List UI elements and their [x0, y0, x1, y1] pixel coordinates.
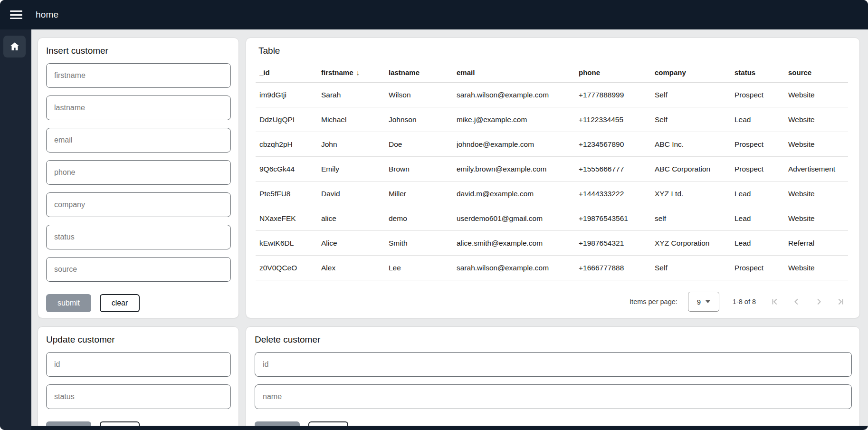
- cell-firstname: Alice: [317, 231, 385, 256]
- sidebar-item-home[interactable]: [3, 36, 26, 57]
- email-field[interactable]: [46, 128, 231, 153]
- source-field[interactable]: [46, 257, 231, 282]
- update-clear-button[interactable]: clear: [100, 421, 140, 426]
- customers-table: _id firstname↓ lastname email phone comp…: [256, 63, 848, 280]
- previous-page-button[interactable]: [790, 295, 803, 308]
- column-header-lastname[interactable]: lastname: [385, 63, 453, 83]
- insert-submit-button[interactable]: submit: [46, 294, 91, 312]
- cell-lastname: Lee: [385, 256, 453, 280]
- cell-company: XYZ Corporation: [651, 231, 731, 256]
- cell-company: ABC Inc.: [651, 132, 731, 157]
- table-row: kEwtK6DL Alice Smith alice.smith@example…: [256, 231, 848, 256]
- cell-status: Lead: [731, 107, 784, 132]
- items-per-page-select[interactable]: 9: [688, 292, 719, 312]
- delete-clear-button[interactable]: clear: [308, 421, 348, 426]
- update-customer-card: Update customer submit clear: [38, 326, 239, 426]
- cell-id: Pte5fFU8: [256, 182, 317, 206]
- cell-firstname: John: [317, 132, 385, 157]
- delete-submit-button[interactable]: submit: [255, 421, 300, 426]
- cell-lastname: Smith: [385, 231, 453, 256]
- cell-lastname: Johnson: [385, 107, 453, 132]
- cell-status: Lead: [731, 182, 784, 206]
- cell-email: sarah.wilson@example.com: [453, 83, 575, 107]
- cell-phone: +1234567890: [575, 132, 651, 157]
- cell-firstname: alice: [317, 206, 385, 231]
- cell-firstname: Sarah: [317, 83, 385, 107]
- column-header-phone[interactable]: phone: [575, 63, 651, 83]
- update-card-title: Update customer: [46, 334, 231, 345]
- cell-id: 9Q6cGk44: [256, 157, 317, 182]
- cell-phone: +1777888999: [575, 83, 651, 107]
- cell-company: ABC Corporation: [651, 157, 731, 182]
- table-card-title: Table: [258, 46, 848, 56]
- cell-email: johndoe@example.com: [453, 132, 575, 157]
- cell-company: XYZ Ltd.: [651, 182, 731, 206]
- first-page-icon: [770, 296, 780, 307]
- hamburger-menu-icon[interactable]: [10, 10, 24, 20]
- last-page-icon: [835, 296, 846, 307]
- company-field[interactable]: [46, 192, 231, 217]
- next-page-button[interactable]: [812, 295, 825, 308]
- table-row: z0V0QCeO Alex Lee sarah.wilson@example.c…: [256, 256, 848, 280]
- top-app-bar: home: [0, 0, 868, 29]
- update-submit-button[interactable]: submit: [46, 421, 91, 426]
- cell-company: self: [651, 206, 731, 231]
- column-header-source[interactable]: source: [784, 63, 848, 83]
- cell-phone: +1122334455: [575, 107, 651, 132]
- column-header-firstname[interactable]: firstname↓: [317, 63, 385, 83]
- cell-status: Lead: [731, 231, 784, 256]
- cell-status: Prospect: [731, 157, 784, 182]
- cell-status: Prospect: [731, 83, 784, 107]
- cell-firstname: David: [317, 182, 385, 206]
- table-row: NXaxeFEK alice demo userdemo601@gmail.co…: [256, 206, 848, 231]
- cell-status: Prospect: [731, 256, 784, 280]
- cell-phone: +1444333222: [575, 182, 651, 206]
- cell-email: emily.brown@example.com: [453, 157, 575, 182]
- cell-firstname: Emily: [317, 157, 385, 182]
- cell-status: Lead: [731, 206, 784, 231]
- chevron-left-icon: [792, 296, 802, 307]
- home-icon: [9, 41, 20, 52]
- cell-email: alice.smith@example.com: [453, 231, 575, 256]
- cell-source: Website: [784, 182, 848, 206]
- cell-email: userdemo601@gmail.com: [453, 206, 575, 231]
- delete-customer-form: [255, 352, 852, 409]
- cell-lastname: demo: [385, 206, 453, 231]
- phone-field[interactable]: [46, 160, 231, 185]
- lastname-field[interactable]: [46, 96, 231, 120]
- update-customer-form: [46, 352, 231, 409]
- items-per-page-value: 9: [697, 298, 701, 306]
- sort-descending-icon: ↓: [356, 68, 360, 76]
- last-page-button[interactable]: [834, 295, 847, 308]
- delete-id-field[interactable]: [255, 352, 852, 377]
- column-header-company[interactable]: company: [651, 63, 731, 83]
- cell-phone: +19876543561: [575, 206, 651, 231]
- insert-card-title: Insert customer: [46, 46, 231, 56]
- cell-source: Advertisement: [784, 157, 848, 182]
- cell-lastname: Brown: [385, 157, 453, 182]
- cell-phone: +1555666777: [575, 157, 651, 182]
- status-field[interactable]: [46, 225, 231, 249]
- cell-lastname: Miller: [385, 182, 453, 206]
- column-header-status[interactable]: status: [731, 63, 784, 83]
- first-page-button[interactable]: [768, 295, 782, 308]
- cell-source: Website: [784, 83, 848, 107]
- update-status-field[interactable]: [46, 384, 231, 409]
- cell-source: Referral: [784, 231, 848, 256]
- update-id-field[interactable]: [46, 352, 231, 377]
- cell-company: Self: [651, 256, 731, 280]
- delete-customer-card: Delete customer submit clear: [246, 326, 860, 426]
- insert-customer-form: [46, 63, 231, 282]
- table-row: 9Q6cGk44 Emily Brown emily.brown@example…: [256, 157, 848, 182]
- cell-id: cbzqh2pH: [256, 132, 317, 157]
- delete-card-title: Delete customer: [255, 334, 852, 345]
- app-window: home Insert customer submit cl: [0, 0, 868, 430]
- insert-clear-button[interactable]: clear: [100, 294, 140, 312]
- column-header-email[interactable]: email: [453, 63, 575, 83]
- cell-email: sarah.wilson@example.com: [453, 256, 575, 280]
- firstname-field[interactable]: [46, 63, 231, 88]
- cell-id: NXaxeFEK: [256, 206, 317, 231]
- insert-customer-card: Insert customer submit clear: [38, 38, 239, 318]
- delete-name-field[interactable]: [255, 384, 852, 409]
- column-header-id[interactable]: _id: [256, 63, 317, 83]
